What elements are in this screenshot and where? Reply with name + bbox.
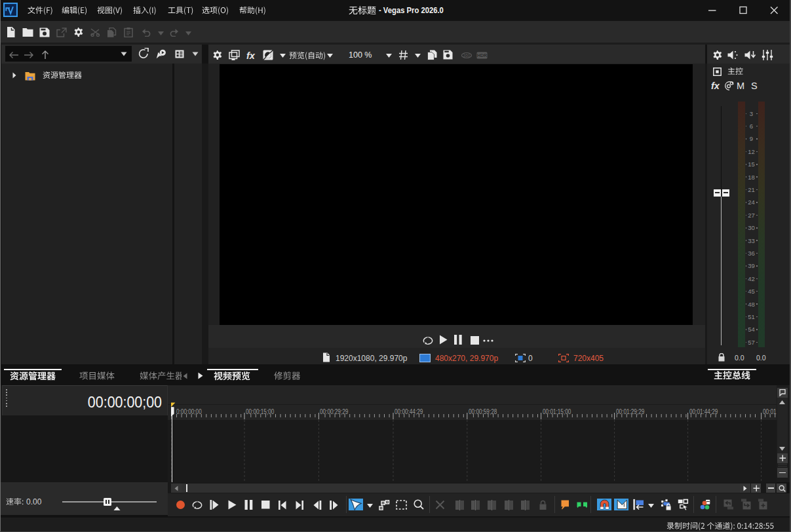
- svg-text:HDR: HDR: [477, 53, 487, 58]
- svg-text:360: 360: [463, 53, 471, 58]
